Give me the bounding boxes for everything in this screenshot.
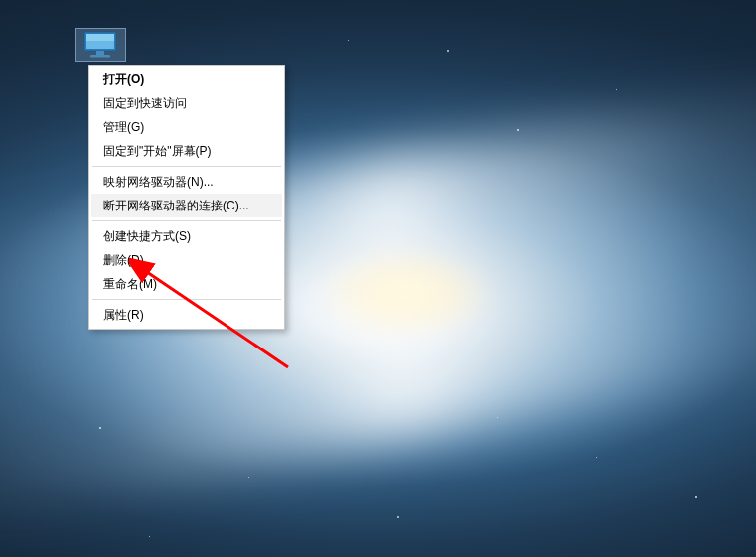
context-menu: 打开(O) 固定到快速访问 管理(G) 固定到"开始"屏幕(P) 映射网络驱动器… (88, 65, 285, 330)
svg-rect-2 (86, 34, 114, 41)
desktop-icon-this-pc[interactable] (75, 28, 126, 62)
menu-separator (92, 220, 281, 221)
menu-item-pin-start[interactable]: 固定到"开始"屏幕(P) (91, 139, 282, 163)
menu-item-pin-quick-access[interactable]: 固定到快速访问 (91, 91, 282, 115)
svg-rect-4 (90, 55, 110, 58)
menu-item-create-shortcut[interactable]: 创建快捷方式(S) (91, 224, 282, 248)
computer-icon (80, 30, 120, 60)
menu-item-manage[interactable]: 管理(G) (91, 115, 282, 139)
menu-item-disconnect-network-drive[interactable]: 断开网络驱动器的连接(C)... (91, 194, 282, 217)
menu-item-map-network-drive[interactable]: 映射网络驱动器(N)... (91, 170, 282, 194)
menu-item-properties[interactable]: 属性(R) (91, 303, 282, 327)
menu-separator (92, 166, 281, 167)
menu-item-delete[interactable]: 删除(D) (91, 248, 282, 272)
menu-item-open[interactable]: 打开(O) (91, 68, 282, 91)
menu-separator (92, 299, 281, 300)
menu-item-rename[interactable]: 重命名(M) (91, 272, 282, 296)
svg-rect-3 (96, 51, 104, 55)
